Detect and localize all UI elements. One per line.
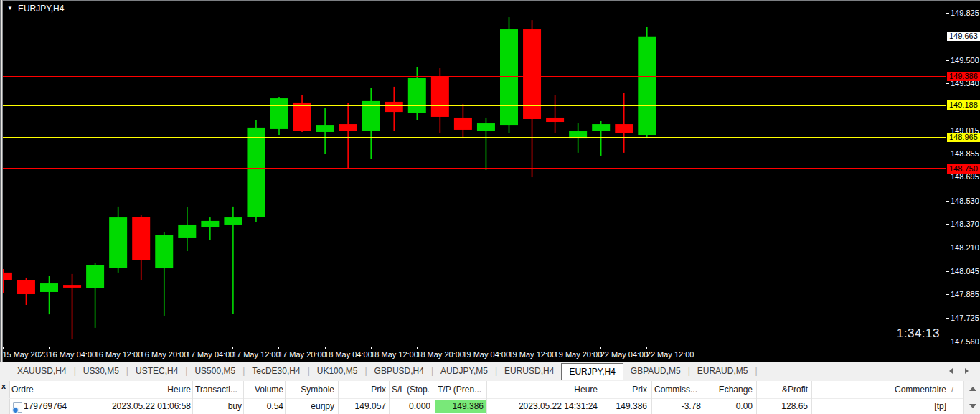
candlestick-chart-area[interactable]: ▼ EURJPY,H4 1:34:13 [0,0,946,347]
column-header-7[interactable]: T/P (Pren... [438,381,484,398]
candle-body [316,125,334,132]
symbol-tab-tecde30[interactable]: TecDE30,H4 [245,362,307,380]
column-header-10[interactable]: Commiss... [654,381,701,398]
column-header-9[interactable]: Prix [606,381,647,398]
candlestick-series [0,0,946,347]
candle-body [638,37,656,135]
time-tick-mark [509,347,509,349]
column-header-6[interactable]: S/L (Stop... [392,381,430,398]
time-tick-mark [141,347,141,349]
row-cell-7: 149.386 [438,399,484,413]
row-cell-6: 0.000 [392,399,430,413]
time-tick-label: 22 May 12:00 [646,350,694,359]
current-price-tag: 149.663 [947,32,980,41]
price-tick-label: 147.885 [951,290,979,298]
time-tick-label: 18 May 12:00 [370,350,418,359]
candle-body [454,118,472,130]
symbol-tab-audjpy[interactable]: AUDJPY,M5 [433,362,495,380]
symbol-tab-uk100[interactable]: UK100,M5 [310,362,365,380]
panel-side-strip: x Terminal [0,381,10,414]
price-level-line[interactable] [0,168,946,169]
candle-countdown-timer: 1:34:13 [897,326,940,341]
scroll-up-icon[interactable] [969,387,976,391]
tab-separator: | [755,366,757,376]
tab-scroll-right-icon[interactable] [965,368,969,374]
price-tick-label: 147.560 [951,337,979,346]
price-tick-label: 148.855 [951,149,979,158]
symbol-tab-ustec[interactable]: USTEC,H4 [128,362,185,380]
time-tick-label: 19 May 12:00 [509,350,557,359]
symbol-tab-eurjpy[interactable]: EURJPY,H4 [561,363,623,380]
column-header-3[interactable]: Volume [246,381,283,398]
time-tick-mark [325,347,326,349]
column-header-8[interactable]: Heure [489,381,598,398]
candle-body [178,225,196,238]
time-tick-mark [232,347,233,349]
price-level-line[interactable] [0,137,946,138]
candle-body [201,221,219,227]
tab-scroll-left-icon[interactable] [949,368,953,374]
price-level-line[interactable] [0,76,946,77]
table-scrollbar[interactable] [963,381,980,414]
symbol-dropdown-icon[interactable]: ▼ [7,4,13,13]
time-tick-label: 16 May 04:00 [49,350,97,359]
price-tick-label: 148.045 [951,267,979,276]
column-header-1[interactable]: Heure [108,381,191,398]
candle-body [270,98,288,129]
price-tick-mark [946,83,949,84]
price-level-line[interactable] [0,105,946,106]
row-cell-8: 2023.05.22 14:31:24 [489,399,598,413]
column-header-12[interactable]: &Profit [759,381,808,398]
price-tick-label: 148.530 [951,197,979,205]
mt5-terminal-window: ▼ EURJPY,H4 1:34:13 149.825149.500149.34… [0,0,980,414]
price-tick-label: 148.370 [951,220,979,228]
price-tick-label: 149.825 [951,9,979,17]
price-tick-mark [946,177,949,177]
price-tick-label: 149.500 [951,56,979,65]
candle-wick [49,276,50,314]
symbol-tab-gbpusd[interactable]: GBPUSD,H4 [367,362,431,380]
row-cell-13: [tp] [814,399,946,413]
time-axis[interactable]: 15 May 202316 May 04:0016 May 12:0016 Ma… [0,347,980,362]
candle-body [477,123,495,131]
time-tick-mark [3,347,4,349]
time-tick-label: 22 May 04:00 [600,350,649,359]
column-header-4[interactable]: Symbole [288,381,334,398]
column-header-13[interactable]: Commentaire [814,381,946,398]
price-tick-mark [946,224,949,225]
window-top-edge [0,0,980,1]
row-cell-11: 0.00 [707,399,753,413]
row-cell-4: eurjpy [288,399,334,413]
price-tick-mark [946,248,949,248]
candle-body [224,217,242,225]
row-cell-3: 0.54 [246,399,283,413]
time-tick-mark [49,347,50,349]
candle-body [86,265,104,288]
candle-body [155,235,173,268]
scroll-down-icon[interactable] [969,404,976,408]
row-cell-9: 149.386 [606,399,647,413]
column-header-0[interactable]: Ordre [11,381,108,398]
column-header-2[interactable]: Transacti... [195,381,242,398]
column-header-5[interactable]: Prix [341,381,386,398]
candle-body [615,124,633,133]
price-axis[interactable]: 149.825149.500149.340149.015148.855148.6… [946,0,980,347]
price-tick-mark [946,318,949,319]
price-tick-mark [946,271,949,272]
time-tick-label: 19 May 04:00 [462,350,510,359]
symbol-tab-euraud[interactable]: EURAUD,M5 [690,362,755,380]
price-tick-mark [946,154,949,154]
time-tick-label: 16 May 12:00 [95,350,143,359]
price-level-tag: 148.965 [947,133,980,142]
price-tick-label: 148.695 [951,172,979,181]
symbol-tab-us500[interactable]: US500,M5 [187,362,242,380]
time-tick-mark [417,347,418,349]
symbol-tab-eurusd[interactable]: EURUSD,H4 [497,362,561,380]
close-icon[interactable]: x [1,382,6,390]
column-header-11[interactable]: Echange [707,381,753,398]
time-tick-mark [463,347,463,349]
symbol-tab-us30[interactable]: US30,M5 [76,362,126,380]
price-tick-mark [946,294,949,295]
symbol-tab-gbpaud[interactable]: GBPAUD,M5 [623,362,688,380]
symbol-tab-xauusd[interactable]: XAUUSD,H4 [10,362,74,380]
